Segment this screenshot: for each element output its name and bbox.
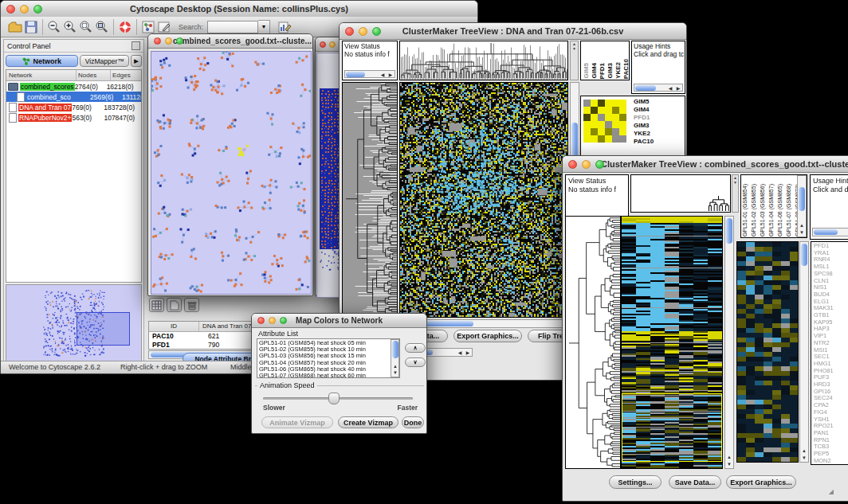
treeview1-titlebar[interactable]: ClusterMaker TreeView : DNA and Tran 07-… [340, 23, 686, 40]
tab-network[interactable]: Network [6, 55, 78, 67]
scroll-up-icon[interactable]: ▲ [800, 448, 808, 454]
zoom-button[interactable] [372, 27, 381, 36]
zoom-heatmap-canvas[interactable] [583, 100, 626, 143]
close-button[interactable] [568, 160, 577, 169]
row-dendrogram-canvas[interactable] [566, 217, 620, 468]
scroll-right-icon[interactable]: ▶ [464, 350, 472, 356]
column-label[interactable]: GIM5 [583, 63, 591, 79]
tv2-settings-button[interactable]: Settings... [609, 475, 662, 489]
row-label[interactable]: GIM4 [634, 106, 654, 114]
minimize-button[interactable] [359, 27, 367, 36]
scroll-left-icon[interactable]: ◀ [379, 72, 387, 78]
close-button[interactable] [320, 41, 326, 48]
row-label[interactable]: PFD1 [634, 114, 654, 122]
network1-titlebar[interactable]: combined_scores_good.txt--cluste... [148, 34, 312, 49]
scroll-left-icon[interactable]: ◀ [666, 86, 674, 92]
zoom-button[interactable] [280, 317, 287, 324]
cytoscape-titlebar[interactable]: Cytoscape Desktop (Session Name: collins… [1, 1, 477, 18]
scroll-left-icon[interactable]: ◀ [456, 350, 464, 356]
tab-overflow-button[interactable]: ▶ [131, 55, 142, 67]
close-button[interactable] [257, 317, 265, 324]
column-label[interactable]: PAC10 [622, 59, 630, 79]
global-heatmap-canvas[interactable] [400, 83, 567, 317]
network-view-canvas[interactable] [151, 51, 312, 295]
zoom-button[interactable] [595, 160, 604, 169]
tv2-usage-hscrollbar[interactable] [812, 228, 848, 236]
tv1-usage-hscrollbar[interactable]: ◀ ▶ [634, 84, 683, 92]
column-label[interactable]: GPL51-01 (GSM854) [742, 184, 751, 236]
row-label[interactable]: GIM3 [634, 122, 654, 130]
open-file-icon[interactable] [7, 19, 23, 35]
attribute-select-icon[interactable] [149, 298, 164, 312]
column-label[interactable]: GPL51-04 (GSM857) [768, 184, 777, 236]
tv1-status-hscrollbar[interactable]: ◀ ▶ [344, 70, 395, 78]
zoom-fit-icon[interactable] [94, 19, 110, 35]
search-dropdown-button[interactable]: ▼ [258, 20, 270, 34]
scroll-right-icon[interactable]: ▶ [387, 72, 395, 78]
create-vizmap-button[interactable]: Create Vizmap [338, 416, 398, 428]
column-label[interactable]: PFD1 [599, 63, 607, 79]
new-attribute-icon[interactable] [167, 298, 182, 312]
scroll-down-icon[interactable]: ▼ [798, 230, 806, 236]
close-button[interactable] [154, 37, 161, 45]
minimize-button[interactable] [20, 5, 29, 14]
global-heatmap-canvas[interactable] [622, 217, 722, 468]
column-dendrogram-canvas[interactable] [400, 41, 567, 80]
minimize-button[interactable] [165, 37, 172, 45]
zoom-selected-icon[interactable] [78, 19, 94, 35]
tab-vizmapper[interactable]: VizMapper™ [80, 55, 129, 67]
treeview2-titlebar[interactable]: ClusterMaker TreeView : combined_scores_… [563, 156, 848, 173]
zoom-button[interactable] [176, 37, 183, 45]
gene-label[interactable]: MON2 [814, 458, 848, 465]
close-button[interactable] [6, 5, 15, 14]
column-label[interactable]: GPL51-07 (GSM868) [786, 184, 795, 236]
row-label[interactable]: YKE2 [634, 130, 654, 138]
scroll-up-icon[interactable]: ▲ [725, 455, 733, 460]
network-list-header[interactable]: Network Nodes Edges [6, 70, 141, 81]
table-col-id[interactable]: ID [149, 322, 199, 331]
resize-grip[interactable]: ◢ [829, 488, 834, 495]
scroll-down-icon[interactable]: ▼ [391, 370, 399, 376]
help-lifesaver-icon[interactable] [117, 19, 133, 35]
move-attribute-down-button[interactable]: ∨ [405, 357, 426, 367]
network-list-row[interactable]: combined_sco 2569(6) 13112(15) [6, 92, 141, 102]
attribute-list-vscrollbar[interactable]: ▲ ▼ [391, 339, 399, 377]
done-button[interactable]: Done [402, 416, 424, 428]
move-attribute-up-button[interactable]: ∧ [405, 343, 426, 353]
minimize-button[interactable] [269, 317, 276, 324]
zoom-heatmap-canvas[interactable] [737, 242, 798, 462]
tv2-heatmap-vscrollbar[interactable]: ▲ ▼ [724, 216, 734, 469]
attribute-item[interactable]: GPL51-07 (GSM868) heat shock 60 min [259, 373, 399, 378]
column-label[interactable]: GPL51-03 (GSM856) [760, 184, 768, 236]
dialog-titlebar[interactable]: Map Colors to Network [252, 314, 426, 328]
tv1-export-graphics-button[interactable]: Export Graphics... [453, 330, 522, 342]
tv2-export-graphics-button[interactable]: Export Graphics... [726, 475, 796, 489]
column-label[interactable]: GIM4 [591, 63, 599, 79]
tv2-save-data-button[interactable]: Save Data... [669, 475, 721, 489]
row-dendrogram-canvas[interactable] [343, 83, 397, 317]
delete-attribute-trash-icon[interactable] [184, 298, 199, 312]
network-list-row[interactable]: combined_scores 2764(0) 16218(0) [6, 81, 141, 92]
scroll-down-icon[interactable]: ▼ [800, 455, 808, 461]
column-label[interactable]: YKE2 [614, 62, 622, 79]
close-button[interactable] [345, 27, 354, 36]
scroll-up-icon[interactable]: ▲ [391, 364, 399, 369]
column-label[interactable]: GPL51-02 (GSM855) [751, 184, 760, 236]
scroll-down-icon[interactable]: ▼ [725, 462, 733, 467]
network-list-row[interactable]: RNAPuberNov2+ 563(0) 107847(0) [6, 112, 141, 123]
scroll-right-icon[interactable]: ▶ [674, 86, 682, 92]
zoom-button[interactable] [33, 5, 42, 14]
search-input[interactable] [207, 21, 258, 33]
tv2-detail-vscrollbar[interactable]: ▲ ▼ [799, 241, 809, 463]
column-dendrogram-canvas[interactable] [631, 175, 730, 212]
attribute-browser-icon[interactable] [277, 19, 292, 35]
save-icon[interactable] [23, 19, 39, 35]
column-label[interactable]: GIM3 [607, 63, 614, 79]
annotation-icon[interactable] [156, 19, 172, 35]
network-settings-icon[interactable] [140, 19, 156, 35]
float-panel-icon[interactable] [132, 41, 140, 50]
network-list-row[interactable]: DNA and Tran 07 769(0) 183728(0) [6, 102, 141, 112]
minimize-button[interactable] [582, 160, 591, 169]
scroll-up-icon[interactable]: ▲ [798, 223, 806, 229]
row-label[interactable]: GIM5 [634, 98, 654, 106]
